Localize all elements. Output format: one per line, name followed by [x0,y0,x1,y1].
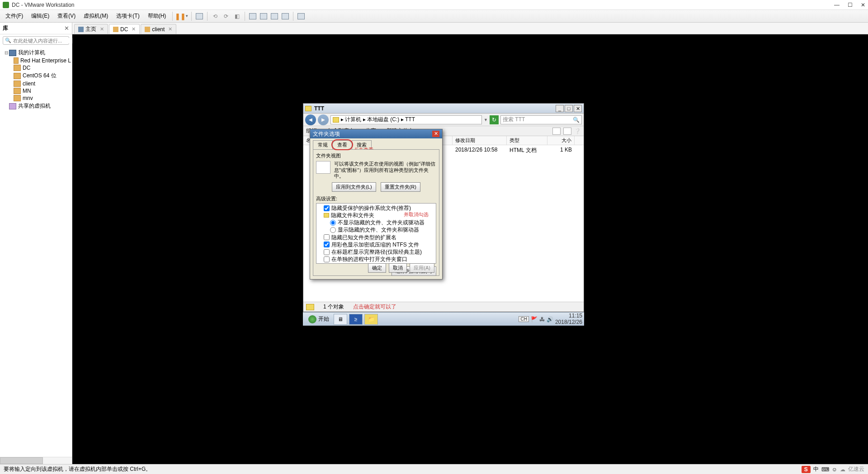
advanced-setting-item[interactable]: 在标题栏显示完整路径(仅限经典主题) [317,248,435,256]
annotation-uncheck: 并取消勾选 [404,211,429,218]
address-bar[interactable]: ▸ 计算机 ▸ 本地磁盘 (C:) ▸ TTT [330,115,482,124]
view-fullscreen-button[interactable] [280,11,290,21]
nav-forward-button[interactable]: ► [318,114,329,125]
tree-root-mycomputer[interactable]: ⊟我的计算机 [1,48,71,57]
setting-radio[interactable] [330,227,336,233]
dialog-close-button[interactable]: ✕ [432,131,439,137]
menu-file[interactable]: 文件(F) [2,11,27,21]
tree-vm-dc[interactable]: DC [1,64,71,71]
column-type[interactable]: 类型 [507,136,547,145]
library-search-input[interactable] [13,38,75,43]
tree-vm-mn[interactable]: MN [1,87,71,95]
dialog-tab-view[interactable]: 查看 [332,140,352,149]
apply-to-folders-button[interactable]: 应用到文件夹(L) [332,182,376,192]
advanced-setting-item[interactable]: 在单独的进程中打开文件夹窗口 [317,256,435,263]
tree-vm-redhat[interactable]: Red Hat Enterprise L [1,57,71,64]
explorer-maximize-button[interactable]: □ [565,105,573,112]
snapshot-button[interactable]: ⟲ [210,11,220,21]
apply-button[interactable]: 应用(A) [410,263,434,273]
tab-dc[interactable]: DC✕ [109,24,140,34]
advanced-setting-item[interactable]: 隐藏已知文件类型的扩展名 [317,234,435,241]
menu-help[interactable]: 帮助(H) [144,11,170,21]
tree-shared-vms[interactable]: 共享的虚拟机 [1,102,71,110]
start-button[interactable]: 开始 [305,314,333,324]
tree-vm-centos[interactable]: CentOS 64 位 [1,71,71,80]
dialog-tab-general[interactable]: 常规 [313,140,333,149]
tree-vm-client[interactable]: client [1,80,71,87]
view-mode-button[interactable] [552,128,561,135]
column-size[interactable]: 大小 [547,136,575,145]
guest-display[interactable]: TTT _ □ ✕ ◄ ► ▸ 计算机 ▸ 本地磁盘 (C:) ▸ TTT ▼ … [72,34,868,464]
tray-flag-icon[interactable]: 🚩 [531,316,538,322]
explorer-search-input[interactable]: 搜索 TTT🔍 [500,115,582,124]
preview-pane-button[interactable] [563,128,571,135]
ime-settings-icon[interactable]: ☺ [832,466,837,473]
ime-badge[interactable]: S [802,466,811,473]
setting-checkbox[interactable] [324,256,330,262]
reset-folders-button[interactable]: 重置文件夹(R) [381,182,420,192]
taskbar-item-powershell[interactable]: ≥ [349,314,363,325]
maximize-button[interactable]: ☐ [848,2,853,8]
tab-close-icon[interactable]: ✕ [132,26,136,32]
view-thumbnail-button[interactable] [296,11,306,21]
menu-tabs[interactable]: 选项卡(T) [113,11,143,21]
advanced-setting-item[interactable]: 隐藏受保护的操作系统文件(推荐) [317,204,435,212]
nav-back-button[interactable]: ◄ [305,114,316,125]
menu-vm[interactable]: 虚拟机(M) [80,11,112,21]
pause-dropdown-icon[interactable]: ▼ [185,14,189,18]
ime-text[interactable]: 中 [813,465,819,473]
refresh-button[interactable]: ↻ [490,115,499,124]
taskbar-clock[interactable]: 11:15 2018/12/26 [555,313,582,325]
tab-home[interactable]: 主页✕ [74,24,108,34]
setting-checkbox[interactable] [324,249,330,255]
tab-close-icon[interactable]: ✕ [100,26,104,32]
tray-network-icon[interactable]: 🖧 [539,316,545,322]
advanced-setting-item[interactable]: 不显示隐藏的文件、文件夹或驱动器 [317,219,435,226]
tab-close-icon[interactable]: ✕ [168,26,172,32]
snapshot-manager-button[interactable]: ◧ [232,11,242,21]
library-search[interactable]: 🔍 ▼ [3,36,69,45]
library-close-icon[interactable]: ✕ [64,25,69,32]
taskbar-item-server[interactable]: 🖥 [334,314,347,325]
search-icon: 🔍 [573,117,580,123]
cancel-button[interactable]: 取消 [389,263,407,273]
explorer-minimize-button[interactable]: _ [556,105,564,112]
send-ctrlaltdel-button[interactable] [194,11,204,21]
status-count: 1 个对象 [323,303,344,311]
view-console-button[interactable] [269,11,279,21]
vm-tree: ⊟我的计算机 Red Hat Enterprise L DC CentOS 64… [0,47,72,112]
dialog-titlebar[interactable]: 文件夹选项 ✕ [310,129,442,138]
brand-icon: ☁ [840,466,845,473]
guest-taskbar: 开始 🖥 ≥ 📁 CH 🚩 🖧 🔊 11:15 2018/12/26 [303,312,584,326]
folder-view-desc: 可以将该文件夹正在使用的视图（例如"详细信息"或"图标"）应用到所有这种类型的文… [334,161,436,180]
advanced-setting-item[interactable]: 用彩色显示加密或压缩的 NTFS 文件 [317,241,435,248]
setting-checkbox[interactable] [324,234,330,240]
taskbar-item-explorer[interactable]: 📁 [364,314,378,325]
ok-button[interactable]: 确定 [368,263,386,273]
setting-radio[interactable] [330,220,336,226]
sidebar-scrollbar[interactable] [0,457,72,464]
view-unity-button[interactable] [259,11,269,21]
address-dropdown-icon[interactable]: ▼ [484,118,488,122]
column-date[interactable]: 修改日期 [453,136,507,145]
setting-checkbox[interactable] [324,205,330,211]
advanced-setting-item[interactable]: 显示隐藏的文件、文件夹和驱动器 [317,226,435,233]
library-title: 库 [3,24,64,32]
menu-edit[interactable]: 编辑(E) [28,11,53,21]
tab-client[interactable]: client✕ [141,24,176,34]
help-icon[interactable]: ❔ [574,128,581,134]
setting-checkbox[interactable] [324,242,330,247]
menu-view[interactable]: 查看(V) [54,11,79,21]
language-indicator[interactable]: CH [519,316,528,322]
view-tile-button[interactable] [248,11,258,21]
tree-vm-mnv[interactable]: mnv [1,95,71,102]
tray-sound-icon[interactable]: 🔊 [547,316,553,322]
explorer-titlebar[interactable]: TTT _ □ ✕ [303,104,584,114]
explorer-close-button[interactable]: ✕ [574,105,582,112]
close-button[interactable]: ✕ [861,2,865,8]
status-message: 要将输入定向到该虚拟机，请在虚拟机内部单击或按 Ctrl+G。 [4,465,151,473]
ime-keyboard-icon[interactable]: ⌨ [821,466,829,473]
minimize-button[interactable]: — [834,2,840,8]
snapshot-revert-button[interactable]: ⟳ [221,11,231,21]
pause-button[interactable]: ❚❚ [175,11,185,21]
